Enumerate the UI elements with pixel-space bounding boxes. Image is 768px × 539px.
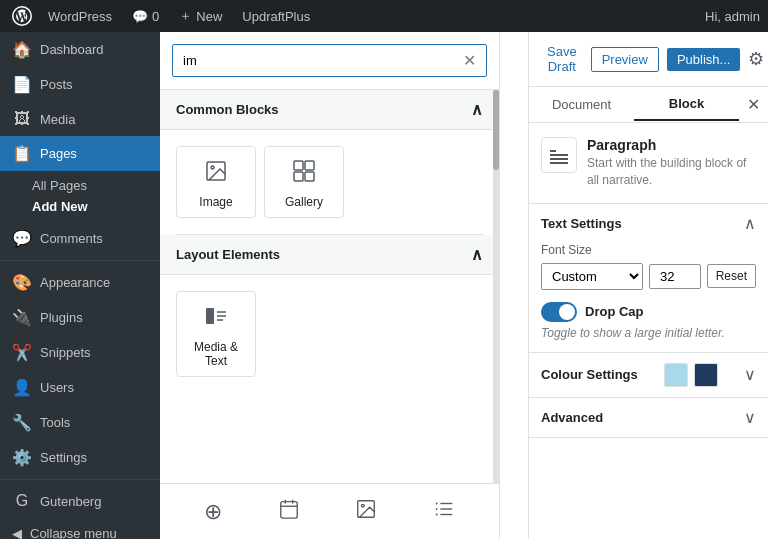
scroll-thumb[interactable] bbox=[493, 90, 499, 170]
common-blocks-header[interactable]: Common Blocks ∧ bbox=[160, 90, 499, 130]
gallery-block-icon bbox=[292, 159, 316, 189]
editor-area[interactable] bbox=[500, 32, 528, 539]
svg-point-21 bbox=[436, 508, 438, 510]
block-text-info: Paragraph Start with the building block … bbox=[587, 137, 756, 189]
image-button[interactable] bbox=[351, 494, 381, 529]
gallery-block-label: Gallery bbox=[285, 195, 323, 209]
pages-submenu: All Pages Add New bbox=[0, 171, 160, 221]
drop-cap-label: Drop Cap bbox=[585, 304, 644, 319]
advanced-chevron: ∨ bbox=[744, 408, 756, 427]
sidebar-item-pages[interactable]: 📋 Pages bbox=[0, 136, 160, 171]
sidebar-item-posts[interactable]: 📄 Posts bbox=[0, 67, 160, 102]
colour-settings-chevron: ∨ bbox=[744, 365, 756, 384]
font-size-number-input[interactable] bbox=[649, 264, 701, 289]
image-block-label: Image bbox=[199, 195, 232, 209]
sidebar-item-plugins[interactable]: 🔌 Plugins bbox=[0, 300, 160, 335]
colour-settings-title: Colour Settings bbox=[541, 367, 638, 382]
collapse-label: Collapse menu bbox=[30, 526, 117, 539]
svg-rect-11 bbox=[280, 502, 297, 519]
topbar: WordPress 💬 0 ＋ New UpdraftPlus Hi, admi… bbox=[0, 0, 768, 32]
common-blocks-label: Common Blocks bbox=[176, 102, 279, 117]
text-settings-header[interactable]: Text Settings ∧ bbox=[529, 204, 768, 243]
topbar-hi: Hi, admin bbox=[705, 9, 760, 24]
image-block[interactable]: Image bbox=[176, 146, 256, 218]
advanced-header[interactable]: Advanced ∨ bbox=[529, 398, 768, 437]
sidebar-item-label: Users bbox=[40, 380, 74, 395]
publish-button[interactable]: Publish... bbox=[667, 48, 740, 71]
advanced-title: Advanced bbox=[541, 410, 603, 425]
colour-settings-header[interactable]: Colour Settings ∨ bbox=[529, 353, 768, 397]
layout-elements-label: Layout Elements bbox=[176, 247, 280, 262]
tab-document[interactable]: Document bbox=[529, 89, 634, 120]
sidebar-item-comments[interactable]: 💬 Comments bbox=[0, 221, 160, 256]
svg-point-16 bbox=[362, 504, 365, 507]
block-name: Paragraph bbox=[587, 137, 756, 153]
font-size-select[interactable]: Custom Small Normal Medium Large Huge bbox=[541, 263, 643, 290]
media-icon: 🖼 bbox=[12, 110, 32, 128]
search-input[interactable] bbox=[183, 53, 455, 68]
settings-gear-icon[interactable]: ⚙ bbox=[748, 48, 764, 70]
topbar-updraft[interactable]: UpdraftPlus bbox=[234, 9, 318, 24]
inserter-scroll-container: Common Blocks ∧ Image bbox=[160, 90, 499, 483]
text-settings-chevron: ∧ bbox=[744, 214, 756, 233]
sidebar-item-snippets[interactable]: ✂️ Snippets bbox=[0, 335, 160, 370]
toggle-thumb bbox=[559, 304, 575, 320]
topbar-site-name[interactable]: WordPress bbox=[40, 9, 120, 24]
sidebar: 🏠 Dashboard 📄 Posts 🖼 Media 📋 Pages All … bbox=[0, 32, 160, 539]
inserter-search-area: ✕ bbox=[160, 32, 499, 90]
colour-swatch-1[interactable] bbox=[664, 363, 688, 387]
collapse-menu-button[interactable]: ◀ Collapse menu bbox=[0, 518, 160, 539]
svg-point-2 bbox=[211, 166, 214, 169]
layout-elements-chevron: ∧ bbox=[471, 245, 483, 264]
drop-cap-row: Drop Cap bbox=[541, 302, 756, 322]
layout-blocks-list: Media & Text bbox=[160, 275, 499, 393]
sidebar-item-appearance[interactable]: 🎨 Appearance bbox=[0, 265, 160, 300]
wp-logo[interactable] bbox=[8, 2, 36, 30]
topbar-comments[interactable]: 💬 0 bbox=[124, 9, 167, 24]
close-panel-button[interactable]: ✕ bbox=[739, 87, 768, 122]
sidebar-item-users[interactable]: 👤 Users bbox=[0, 370, 160, 405]
sidebar-item-media[interactable]: 🖼 Media bbox=[0, 102, 160, 136]
tab-block[interactable]: Block bbox=[634, 88, 739, 121]
layout-elements-header[interactable]: Layout Elements ∧ bbox=[160, 235, 499, 275]
topbar-new[interactable]: ＋ New bbox=[171, 7, 230, 25]
sidebar-item-gutenberg[interactable]: G Gutenberg bbox=[0, 484, 160, 518]
add-block-button[interactable]: ⊕ bbox=[200, 495, 226, 529]
preview-button[interactable]: Preview bbox=[591, 47, 659, 72]
main-layout: 🏠 Dashboard 📄 Posts 🖼 Media 📋 Pages All … bbox=[0, 32, 768, 539]
sidebar-item-settings[interactable]: ⚙️ Settings bbox=[0, 440, 160, 475]
sidebar-item-label: Snippets bbox=[40, 345, 91, 360]
image-block-icon bbox=[204, 159, 228, 189]
add-new-link[interactable]: Add New bbox=[32, 196, 160, 217]
font-size-reset-button[interactable]: Reset bbox=[707, 264, 756, 288]
save-draft-button[interactable]: Save Draft bbox=[541, 40, 583, 78]
media-text-block[interactable]: Media & Text bbox=[176, 291, 256, 377]
sidebar-item-label: Gutenberg bbox=[40, 494, 101, 509]
topbar-right: Hi, admin bbox=[705, 9, 760, 24]
search-clear-icon[interactable]: ✕ bbox=[463, 51, 476, 70]
gallery-block[interactable]: Gallery bbox=[264, 146, 344, 218]
scroll-track[interactable] bbox=[493, 90, 499, 483]
calendar-button[interactable] bbox=[274, 494, 304, 529]
sidebar-item-label: Comments bbox=[40, 231, 103, 246]
content-area: ✕ Common Blocks ∧ bbox=[160, 32, 768, 539]
sidebar-item-label: Pages bbox=[40, 146, 77, 161]
right-panel: Save Draft Preview Publish... ⚙ ⋮ Docume… bbox=[528, 32, 768, 539]
list-button[interactable] bbox=[429, 494, 459, 529]
drop-cap-toggle[interactable] bbox=[541, 302, 577, 322]
svg-rect-6 bbox=[305, 172, 314, 181]
appearance-icon: 🎨 bbox=[12, 273, 32, 292]
block-icon-wrap bbox=[541, 137, 577, 173]
all-pages-link[interactable]: All Pages bbox=[32, 175, 160, 196]
users-icon: 👤 bbox=[12, 378, 32, 397]
sidebar-item-label: Dashboard bbox=[40, 42, 104, 57]
sidebar-item-dashboard[interactable]: 🏠 Dashboard bbox=[0, 32, 160, 67]
font-size-row: Custom Small Normal Medium Large Huge Re… bbox=[541, 263, 756, 290]
inserter-body: Common Blocks ∧ Image bbox=[160, 90, 499, 393]
inserter-search-box: ✕ bbox=[172, 44, 487, 77]
media-text-block-label: Media & Text bbox=[185, 340, 247, 368]
sidebar-item-tools[interactable]: 🔧 Tools bbox=[0, 405, 160, 440]
colour-swatch-2[interactable] bbox=[694, 363, 718, 387]
collapse-icon: ◀ bbox=[12, 526, 22, 539]
inserter-footer: ⊕ bbox=[160, 483, 499, 539]
